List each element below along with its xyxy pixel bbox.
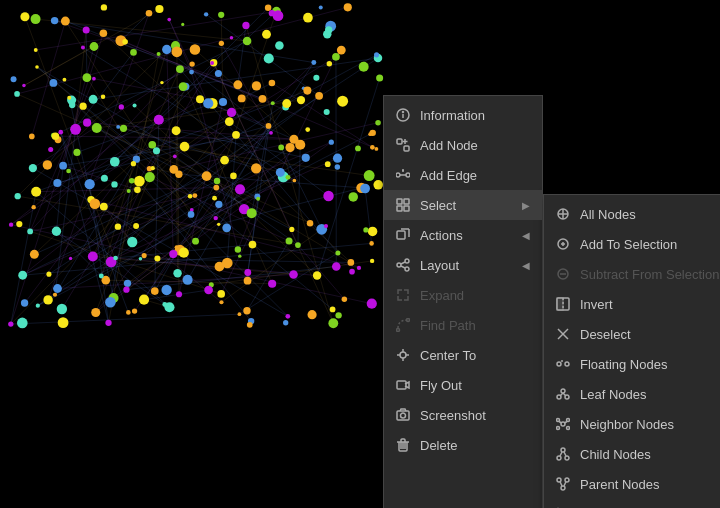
menu-label-fly-out: Fly Out xyxy=(420,378,530,393)
submenu-item-subtract-from-selection[interactable]: Subtract From Selection xyxy=(544,259,720,289)
submenu-item-invert[interactable]: Invert xyxy=(544,289,720,319)
svg-point-60 xyxy=(557,427,560,430)
menu-item-layout[interactable]: Layout ◀ xyxy=(384,250,542,280)
svg-rect-13 xyxy=(404,199,409,204)
svg-line-63 xyxy=(565,422,568,424)
actions-arrow: ◀ xyxy=(522,230,530,241)
svg-point-58 xyxy=(557,419,560,422)
svg-line-72 xyxy=(560,482,562,487)
submenu-label-parent-nodes: Parent Nodes xyxy=(580,477,719,492)
layout-icon xyxy=(394,256,412,274)
submenu-item-neighbor-nodes[interactable]: Neighbor Nodes xyxy=(544,409,720,439)
add-edge-icon xyxy=(394,166,412,184)
svg-point-66 xyxy=(565,456,569,460)
svg-rect-46 xyxy=(557,298,563,310)
all-nodes-icon xyxy=(554,205,572,223)
screenshot-icon xyxy=(394,406,412,424)
svg-point-50 xyxy=(565,362,569,366)
submenu-item-deselect[interactable]: Deselect xyxy=(544,319,720,349)
svg-point-64 xyxy=(561,448,565,452)
svg-rect-16 xyxy=(397,231,405,239)
svg-point-8 xyxy=(406,173,410,177)
primary-context-menu: Information Add Node xyxy=(383,95,543,508)
submenu-label-invert: Invert xyxy=(580,297,719,312)
svg-point-71 xyxy=(561,486,565,490)
deselect-icon xyxy=(554,325,572,343)
context-menu-wrapper: Information Add Node xyxy=(383,95,720,508)
submenu-label-leaf-nodes: Leaf Nodes xyxy=(580,387,719,402)
submenu-item-leaf-nodes[interactable]: Leaf Nodes xyxy=(544,379,720,409)
svg-point-2 xyxy=(403,112,404,113)
submenu-item-neighbor-edges[interactable]: Neighbor Edges xyxy=(544,499,720,508)
svg-point-52 xyxy=(561,389,565,393)
info-icon xyxy=(394,106,412,124)
svg-point-61 xyxy=(567,427,570,430)
svg-line-68 xyxy=(564,452,566,456)
svg-rect-15 xyxy=(404,206,409,211)
svg-point-21 xyxy=(405,267,409,271)
select-icon xyxy=(394,196,412,214)
menu-item-information[interactable]: Information xyxy=(384,100,542,130)
svg-line-22 xyxy=(401,262,405,264)
submenu-item-child-nodes[interactable]: Child Nodes xyxy=(544,439,720,469)
parent-icon xyxy=(554,475,572,493)
submenu-item-parent-nodes[interactable]: Parent Nodes xyxy=(544,469,720,499)
submenu-label-neighbor-nodes: Neighbor Nodes xyxy=(580,417,719,432)
menu-item-find-path[interactable]: Find Path xyxy=(384,310,542,340)
submenu-label-child-nodes: Child Nodes xyxy=(580,447,719,462)
child-icon xyxy=(554,445,572,463)
svg-point-7 xyxy=(396,173,400,177)
svg-line-23 xyxy=(401,266,405,268)
neighbor-icon xyxy=(554,415,572,433)
menu-item-fly-out[interactable]: Fly Out xyxy=(384,370,542,400)
submenu-label-deselect: Deselect xyxy=(580,327,719,342)
svg-point-19 xyxy=(397,263,401,267)
svg-line-62 xyxy=(559,422,562,424)
menu-item-actions[interactable]: Actions ◀ xyxy=(384,220,542,250)
svg-line-67 xyxy=(560,452,562,456)
svg-point-20 xyxy=(405,259,409,263)
svg-rect-12 xyxy=(397,199,402,204)
menu-label-select: Select xyxy=(420,198,514,213)
svg-line-73 xyxy=(564,482,566,487)
menu-item-delete[interactable]: Delete xyxy=(384,430,542,460)
center-to-icon xyxy=(394,346,412,364)
add-node-icon xyxy=(394,136,412,154)
layout-arrow: ◀ xyxy=(522,260,530,271)
submenu-item-add-to-selection[interactable]: Add To Selection xyxy=(544,229,720,259)
invert-icon xyxy=(554,295,572,313)
svg-point-65 xyxy=(557,456,561,460)
menu-label-expand: Expand xyxy=(420,288,530,303)
menu-label-layout: Layout xyxy=(420,258,514,273)
add-to-sel-icon xyxy=(554,235,572,253)
menu-label-find-path: Find Path xyxy=(420,318,530,333)
submenu-item-floating-nodes[interactable]: Floating Nodes xyxy=(544,349,720,379)
expand-icon xyxy=(394,286,412,304)
menu-label-center-to: Center To xyxy=(420,348,530,363)
svg-rect-4 xyxy=(404,146,409,151)
svg-point-33 xyxy=(401,413,406,418)
menu-item-add-edge[interactable]: Add Edge xyxy=(384,160,542,190)
svg-point-26 xyxy=(400,352,406,358)
svg-point-49 xyxy=(557,362,561,366)
fly-out-icon xyxy=(394,376,412,394)
menu-item-add-node[interactable]: Add Node xyxy=(384,130,542,160)
submenu-item-all-nodes[interactable]: All Nodes xyxy=(544,199,720,229)
menu-item-center-to[interactable]: Center To xyxy=(384,340,542,370)
subtract-icon xyxy=(554,265,572,283)
submenu-label-add-to-selection: Add To Selection xyxy=(580,237,719,252)
svg-point-24 xyxy=(397,329,400,332)
menu-label-delete: Delete xyxy=(420,438,530,453)
submenu-label-all-nodes: All Nodes xyxy=(580,207,719,222)
find-path-icon xyxy=(394,316,412,334)
menu-item-select[interactable]: Select ▶ xyxy=(384,190,542,220)
svg-rect-14 xyxy=(397,206,402,211)
floating-icon xyxy=(554,355,572,373)
menu-item-expand[interactable]: Expand xyxy=(384,280,542,310)
menu-label-add-node: Add Node xyxy=(420,138,530,153)
svg-rect-31 xyxy=(397,381,406,389)
svg-rect-3 xyxy=(397,139,402,144)
leaf-icon xyxy=(554,385,572,403)
svg-point-59 xyxy=(567,419,570,422)
menu-item-screenshot[interactable]: Screenshot xyxy=(384,400,542,430)
